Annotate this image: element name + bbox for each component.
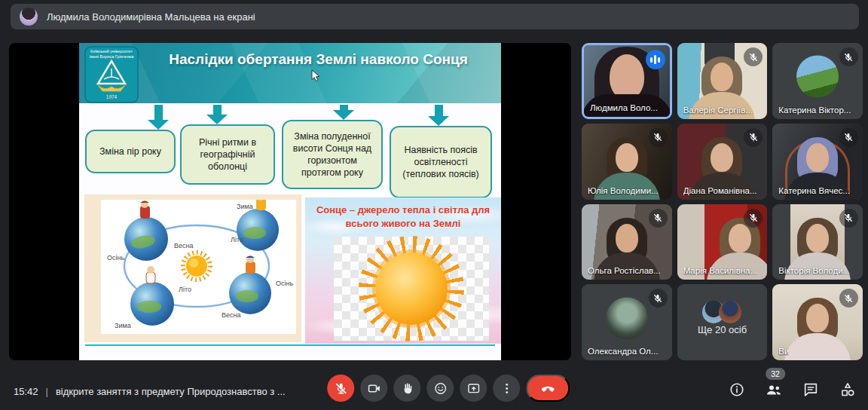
mic-muted-icon	[839, 128, 858, 147]
sun-image	[334, 237, 489, 341]
svg-text:Київський університет: Київський університет	[90, 49, 133, 54]
mic-muted-icon	[744, 209, 763, 228]
presenter-name: Людмила Володимирівна Мальцева на екрані	[47, 11, 255, 23]
leave-call-button[interactable]	[526, 375, 570, 402]
chat-icon	[802, 381, 819, 398]
concept-box-2: Річні ритми в географічній оболонці	[180, 124, 275, 185]
meeting-title: відкрите заняття з предмету Природознавс…	[56, 386, 286, 397]
stacked-avatars	[677, 301, 768, 323]
avatar	[606, 297, 648, 339]
slide-footer-line	[85, 344, 495, 346]
participant-tile[interactable]: Катерина Віктор...	[772, 43, 863, 119]
clock-time: 15:42	[14, 386, 38, 397]
svg-text:Літо: Літо	[179, 286, 191, 293]
presenting-banner: Людмила Володимирівна Мальцева на екрані	[11, 4, 859, 29]
more-people-label: Ще 20 осіб	[677, 324, 768, 335]
activities-icon	[839, 381, 856, 398]
avatar	[796, 56, 839, 98]
participant-tile[interactable]: Юлія Володими...	[582, 124, 672, 200]
participant-tile[interactable]: Марія Василівна...	[677, 204, 768, 280]
concept-box-1: Зміна пір року	[85, 130, 176, 173]
concept-box-3: Зміна полуденної висоти Сонця над горизо…	[282, 120, 383, 189]
svg-text:Осінь: Осінь	[276, 280, 293, 287]
raise-hand-button[interactable]	[393, 375, 420, 402]
participant-tile[interactable]: Діана Романівна...	[677, 124, 768, 200]
participant-tile[interactable]: Ольга Ростіслав...	[582, 204, 672, 280]
participant-tile[interactable]: Людмила Воло...	[582, 43, 672, 119]
svg-text:Зима: Зима	[237, 203, 253, 210]
participant-tile[interactable]: Вікторія Володи...	[772, 204, 863, 280]
presenter-avatar	[20, 8, 38, 26]
down-arrow-icon	[148, 105, 169, 130]
mic-off-icon	[334, 381, 348, 396]
people-panel-button[interactable]: 32	[764, 380, 784, 399]
speaking-indicator-icon	[646, 50, 665, 69]
smiley-icon	[433, 381, 448, 396]
present-screen-button[interactable]	[460, 375, 487, 402]
down-arrow-icon	[333, 105, 354, 120]
down-arrow-icon	[428, 105, 449, 126]
svg-text:імені Бориса Грінченка: імені Бориса Грінченка	[90, 54, 134, 59]
info-icon	[729, 381, 745, 398]
call-controls	[327, 375, 570, 402]
mic-muted-icon	[649, 209, 668, 228]
divider: |	[46, 386, 48, 397]
university-logo: Київський університет імені Бориса Грінч…	[84, 46, 139, 106]
svg-text:Весна: Весна	[174, 242, 193, 249]
participant-tile[interactable]: Олександра Ол...	[582, 284, 672, 360]
camera-toggle-button[interactable]	[360, 375, 387, 402]
chat-panel-button[interactable]	[801, 380, 821, 399]
hangup-icon	[539, 380, 556, 396]
participant-tile[interactable]: Валерія Сергіїв...	[677, 43, 768, 119]
reactions-button[interactable]	[426, 375, 454, 402]
slide-title: Наслідки обертання Землі навколо Сонця	[143, 49, 494, 70]
mic-muted-icon	[649, 289, 668, 308]
meeting-info: 15:42 | відкрите заняття з предмету Прир…	[14, 386, 286, 397]
svg-text:Зима: Зима	[115, 322, 131, 329]
mic-muted-icon	[649, 128, 668, 147]
more-vert-icon	[500, 381, 514, 396]
mic-muted-icon	[839, 47, 858, 66]
mouse-cursor	[311, 69, 321, 85]
self-view-tile[interactable]: Ви	[772, 284, 863, 360]
activities-button[interactable]	[838, 380, 857, 399]
more-options-button[interactable]	[493, 375, 520, 402]
screen-share-region: Наслідки обертання Землі навколо Сонця К…	[9, 43, 571, 360]
svg-text:Літо: Літо	[231, 236, 243, 243]
camera-icon	[367, 381, 381, 396]
svg-text:Весна: Весна	[222, 311, 240, 319]
raised-hand-icon	[400, 381, 414, 396]
presentation-slide: Наслідки обертання Землі навколо Сонця К…	[79, 43, 501, 360]
svg-text:1974: 1974	[106, 94, 118, 99]
seasons-diagram: Весна Осінь Зима Літо Літо Зима Осінь Ве…	[84, 194, 301, 342]
sun-slide: Сонце – джерело тепла і світла для всьог…	[305, 197, 501, 344]
participant-grid: Людмила Воло... Валерія Сергіїв... Катер…	[582, 43, 863, 360]
meeting-panels: 32	[727, 380, 857, 399]
mic-muted-icon	[744, 128, 763, 147]
svg-text:Осінь: Осінь	[107, 254, 124, 262]
participant-count-badge: 32	[766, 368, 785, 380]
meeting-details-button[interactable]	[727, 380, 747, 399]
overflow-participants-tile[interactable]: Ще 20 осіб	[677, 284, 768, 360]
sun-caption: Сонце – джерело тепла і світла для всьог…	[310, 203, 497, 230]
mic-muted-icon	[839, 209, 858, 228]
down-arrow-icon	[206, 105, 228, 124]
mic-toggle-button[interactable]	[327, 375, 354, 402]
concept-box-4: Наявність поясів освітленості (теплових …	[390, 126, 492, 198]
participant-tile[interactable]: Катерина Вячес...	[772, 124, 863, 200]
present-screen-icon	[466, 381, 481, 396]
people-icon	[765, 381, 783, 399]
